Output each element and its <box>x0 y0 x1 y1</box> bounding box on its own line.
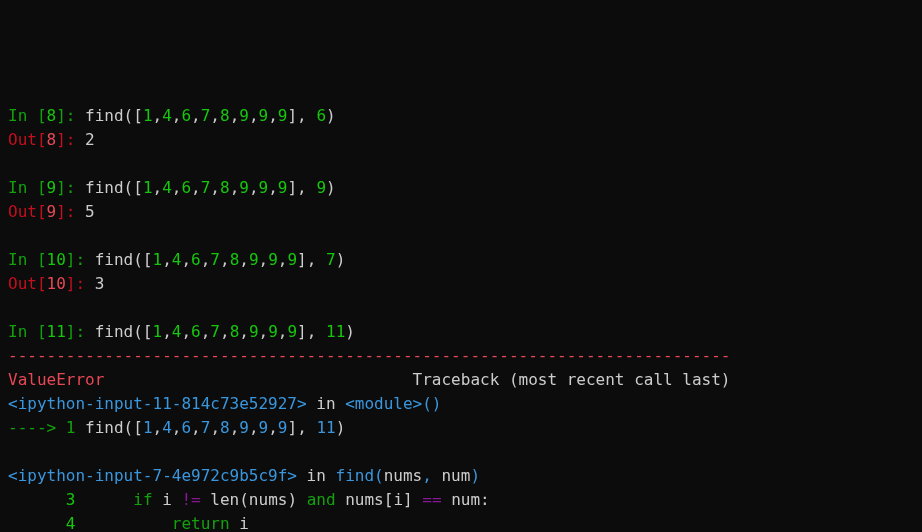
arg-token-9: , <box>230 106 240 125</box>
arg-token-17: ) <box>345 322 355 341</box>
arg-token-16: 7 <box>326 250 336 269</box>
out-prompt: Out[ <box>8 274 47 293</box>
frame-1-code: ----> 1 find([1,4,6,7,8,9,9,9], 11) <box>8 416 914 440</box>
pad <box>104 370 412 389</box>
f1code-token-2: [ <box>133 418 143 437</box>
arg-token-16: 9 <box>316 178 326 197</box>
arg-token-2: 4 <box>162 106 172 125</box>
arg-token-12: 9 <box>259 178 269 197</box>
arg-token-13: , <box>268 106 278 125</box>
comma: , <box>422 466 441 485</box>
arg-token-0: 1 <box>143 178 153 197</box>
f1code-token-7: 6 <box>181 418 191 437</box>
dashes: ----------------------------------------… <box>8 346 730 365</box>
f1code-token-5: 4 <box>162 418 172 437</box>
src1-token-0 <box>85 514 172 532</box>
arg-token-12: 9 <box>259 106 269 125</box>
ipython-terminal[interactable]: In [8]: find([1,4,6,7,8,9,9,9], 6)Out[8]… <box>8 104 914 532</box>
arg-token-3: , <box>181 250 191 269</box>
src0-token-9: and <box>307 490 336 509</box>
src0-token-15: == <box>422 490 441 509</box>
src0-token-5: ( <box>239 490 249 509</box>
out-number: 8 <box>47 130 57 149</box>
arrow-icon: ----> 1 <box>8 418 75 437</box>
out-value: 3 <box>95 274 105 293</box>
f1code-token-6: , <box>172 418 182 437</box>
src0-token-8 <box>297 490 307 509</box>
pad <box>75 514 85 532</box>
arg-token-2: 4 <box>172 250 182 269</box>
f1code-token-10: , <box>210 418 220 437</box>
in-prompt: In [ <box>8 322 47 341</box>
in-prompt: In [ <box>8 106 47 125</box>
f1code-token-4: , <box>153 418 163 437</box>
src0-token-3: != <box>181 490 200 509</box>
arg-token-9: , <box>239 250 249 269</box>
out-value: 5 <box>85 202 95 221</box>
call-open: ([ <box>124 178 143 197</box>
f1code-token-1: ( <box>124 418 134 437</box>
src0-token-11: [ <box>384 490 394 509</box>
blank-line <box>8 440 914 464</box>
arg-token-2: 4 <box>162 178 172 197</box>
arg-token-16: 6 <box>316 106 326 125</box>
src-line-0: 3 if i != len(nums) and nums[i] == num: <box>8 488 914 512</box>
in-word: in <box>297 466 336 485</box>
arg-token-8: 8 <box>230 250 240 269</box>
arg-token-9: , <box>230 178 240 197</box>
out-line-10: Out[10]: 3 <box>8 272 914 296</box>
lineno: 4 <box>66 514 76 532</box>
arg-token-6: 7 <box>201 178 211 197</box>
in-number: 10 <box>47 250 66 269</box>
in-number: 8 <box>47 106 57 125</box>
f1code-token-8: , <box>191 418 201 437</box>
arg-name: num <box>441 466 470 485</box>
arg-token-11: , <box>249 178 259 197</box>
frame-args: () <box>422 394 441 413</box>
in-number: 11 <box>47 322 66 341</box>
blank-line <box>8 152 914 176</box>
error-name: ValueError <box>8 370 104 389</box>
f1code-token-22: ) <box>336 418 346 437</box>
f1code-token-18: ] <box>288 418 298 437</box>
arg-token-2: 4 <box>172 322 182 341</box>
arg-token-4: 6 <box>191 250 201 269</box>
frame-1: <ipython-input-11-814c73e52927> in <modu… <box>8 392 914 416</box>
arg-token-16: 11 <box>326 322 345 341</box>
out-number: 9 <box>47 202 57 221</box>
src0-token-4: len <box>201 490 240 509</box>
lineno: 3 <box>66 490 76 509</box>
pad <box>8 490 66 509</box>
src0-token-2: i <box>153 490 182 509</box>
out-prompt: Out[ <box>8 202 47 221</box>
in-line-11: In [11]: find([1,4,6,7,8,9,9,9], 11) <box>8 320 914 344</box>
src0-token-17: : <box>480 490 490 509</box>
arg-token-11: , <box>249 106 259 125</box>
arg-token-12: 9 <box>268 250 278 269</box>
f1code-token-9: 7 <box>201 418 211 437</box>
traceback-header: ValueError Traceback (most recent call l… <box>8 368 914 392</box>
arg-token-5: , <box>201 322 211 341</box>
f1code-token-3: 1 <box>143 418 153 437</box>
arg-token-4: 6 <box>181 178 191 197</box>
frame-fn: <module> <box>345 394 422 413</box>
arg-token-15: ], <box>287 106 316 125</box>
in-line-10: In [10]: find([1,4,6,7,8,9,9,9], 7) <box>8 248 914 272</box>
arg-token-0: 1 <box>153 322 163 341</box>
arg-token-17: ) <box>336 250 346 269</box>
arg-token-8: 8 <box>220 106 230 125</box>
in-prompt-close: ]: <box>66 250 95 269</box>
src0-token-10: nums <box>336 490 384 509</box>
call-open: ([ <box>133 322 152 341</box>
arg-token-15: ], <box>297 322 326 341</box>
call-open: ([ <box>124 106 143 125</box>
fn-name: find <box>85 106 124 125</box>
arg-token-17: ) <box>326 178 336 197</box>
src0-token-0 <box>85 490 133 509</box>
src0-token-12: i <box>393 490 403 509</box>
in-number: 9 <box>47 178 57 197</box>
arg-token-3: , <box>181 322 191 341</box>
fn-name: find <box>95 250 134 269</box>
pad <box>8 514 66 532</box>
in-prompt: In [ <box>8 178 47 197</box>
